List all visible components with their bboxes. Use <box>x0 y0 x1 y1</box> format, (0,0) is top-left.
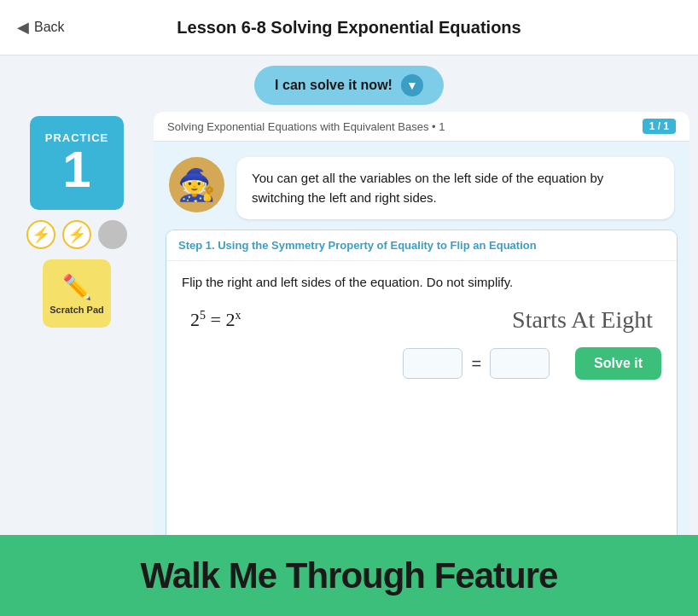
header-title: Lesson 6-8 Solving Exponential Equations <box>177 18 521 38</box>
bolt-2-icon: ⚡ <box>67 225 86 244</box>
solve-banner: I can solve it now! ▼ <box>0 55 698 112</box>
right-input[interactable] <box>490 348 550 379</box>
step-header: Step 1. Using the Symmetry Property of E… <box>166 230 677 261</box>
bolt-icon-3 <box>98 220 127 249</box>
bolt-icon-1[interactable]: ⚡ <box>26 220 55 249</box>
header: ◀ Back Lesson 6-8 Solving Exponential Eq… <box>0 0 698 55</box>
equation-area: 25 = 2x Starts At Eight <box>182 306 661 334</box>
solve-now-label: I can solve it now! <box>275 78 393 93</box>
sidebar: PRACTICE 1 ⚡ ⚡ ✏️ Scratch Pad <box>9 112 145 555</box>
left-input[interactable] <box>403 348 462 379</box>
step-header-text: Step 1. Using the Symmetry Property of E… <box>178 239 537 252</box>
character-area: 🧙 You can get all the variables on the l… <box>154 142 689 230</box>
exp-x: x <box>235 309 241 322</box>
subtitle-text: Solving Exponential Equations with Equiv… <box>167 120 445 133</box>
back-arrow-icon: ◀ <box>17 18 29 37</box>
speech-bubble: You can get all the variables on the lef… <box>236 157 674 219</box>
pencil-icon: ✏️ <box>62 273 92 301</box>
scratch-pad[interactable]: ✏️ Scratch Pad <box>43 259 111 328</box>
back-label: Back <box>34 20 65 35</box>
bolt-icon-2[interactable]: ⚡ <box>62 220 91 249</box>
practice-number: 1 <box>62 144 90 195</box>
character-avatar: 🧙 <box>169 157 224 212</box>
watermark-text: Starts At Eight <box>512 306 653 334</box>
step-instruction: Flip the right and left sides of the equ… <box>182 275 661 289</box>
content-panel: Solving Exponential Equations with Equiv… <box>154 112 689 555</box>
exp-5: 5 <box>200 309 206 322</box>
step-content: Flip the right and left sides of the equ… <box>166 261 677 347</box>
solve-it-button[interactable]: Solve it <box>575 347 661 380</box>
equals-sign: = <box>471 354 481 374</box>
main-area: PRACTICE 1 ⚡ ⚡ ✏️ Scratch Pad Solving Ex… <box>0 112 698 564</box>
walk-banner[interactable]: Walk Me Through Feature <box>0 535 698 616</box>
chevron-down-icon: ▼ <box>401 74 423 96</box>
practice-card: PRACTICE 1 <box>30 116 124 210</box>
back-button[interactable]: ◀ Back <box>17 18 65 37</box>
scratch-pad-label: Scratch Pad <box>49 305 104 315</box>
step-area: Step 1. Using the Symmetry Property of E… <box>166 230 678 547</box>
equation-display: 25 = 2x <box>190 309 241 331</box>
subtitle-bar: Solving Exponential Equations with Equiv… <box>154 112 689 142</box>
progress-indicator: 1 / 1 <box>643 119 676 134</box>
bolt-1-icon: ⚡ <box>32 225 50 244</box>
solve-now-button[interactable]: I can solve it now! ▼ <box>254 66 444 105</box>
speech-text: You can get all the variables on the lef… <box>252 171 603 205</box>
walk-banner-text: Walk Me Through Feature <box>141 555 558 596</box>
bolt-icons: ⚡ ⚡ <box>26 220 127 249</box>
input-row: = Solve it <box>166 347 677 392</box>
